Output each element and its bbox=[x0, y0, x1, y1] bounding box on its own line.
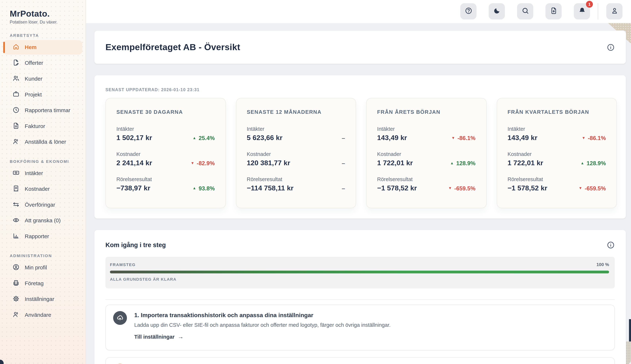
sidebar-section-administration: ADMINISTRATION bbox=[10, 254, 76, 258]
users-icon bbox=[13, 311, 20, 320]
moon-icon bbox=[493, 7, 501, 16]
progress-bar-fill bbox=[110, 271, 609, 274]
kpi-row: Kostnader 1 722,01 kr ▲128.9% bbox=[508, 151, 606, 167]
sidebar-item-label: Företag bbox=[25, 280, 44, 287]
change-indicator-flat: – bbox=[342, 185, 345, 192]
page-header-card: Exempelföretaget AB - Översikt bbox=[94, 30, 626, 64]
sidebar-item-rapportera-timmar[interactable]: Rapportera timmar bbox=[3, 103, 82, 118]
topbar-divider bbox=[598, 3, 598, 20]
onboarding-step-2: 2. Fyll i företagsuppgifter och koppla d… bbox=[105, 357, 615, 364]
sidebar-item-min-profil[interactable]: Min profil bbox=[3, 260, 82, 275]
divider bbox=[105, 299, 615, 300]
progress-section: FRAMSTEG 100 % ALLA GRUNDSTEG ÄR KLARA bbox=[105, 257, 615, 288]
kpi-card-quarter-to-date: FRÅN KVARTALETS BÖRJAN Intäkter 143,49 k… bbox=[497, 98, 617, 208]
arrow-down-icon: ▼ bbox=[448, 186, 452, 190]
kpi-card-last-30-days: SENASTE 30 DAGARNA Intäkter 1 502,17 kr … bbox=[105, 98, 226, 208]
kpi-row: Kostnader 1 722,01 kr ▲128.9% bbox=[377, 151, 476, 167]
arrow-down-icon: ▼ bbox=[452, 136, 455, 140]
upload-cloud-icon bbox=[113, 311, 127, 325]
sidebar-item-kunder[interactable]: Kunder bbox=[3, 72, 82, 86]
progress-percent: 100 % bbox=[596, 262, 609, 267]
sidebar-item-label: Rapporter bbox=[25, 233, 49, 240]
eye-icon bbox=[13, 216, 20, 225]
page-title: Exempelföretaget AB - Översikt bbox=[105, 42, 240, 52]
kpi-row: Intäkter 143,49 kr ▼-86.1% bbox=[508, 126, 606, 142]
arrow-down-icon: ▼ bbox=[579, 186, 582, 190]
sidebar-item-installningar[interactable]: Inställningar bbox=[3, 292, 82, 306]
help-button[interactable] bbox=[460, 3, 477, 20]
banknote-icon bbox=[13, 169, 20, 178]
gear-icon bbox=[13, 295, 20, 304]
sidebar-item-label: Överföringar bbox=[25, 202, 55, 208]
change-indicator-down: ▼-86.1% bbox=[452, 135, 476, 142]
arrow-down-icon: ▼ bbox=[191, 161, 194, 165]
sidebar-item-offerter[interactable]: Offerter bbox=[3, 56, 82, 70]
kpi-row: Rörelseresultat −114 758,11 kr – bbox=[247, 176, 345, 192]
briefcase-icon bbox=[13, 90, 20, 99]
kpi-row: Rörelseresultat −1 578,52 kr ▼-659.5% bbox=[377, 176, 476, 192]
kpi-row: Kostnader 120 381,77 kr – bbox=[247, 151, 345, 167]
settings-link[interactable]: Till inställningar → bbox=[134, 333, 183, 340]
sidebar-item-fakturor[interactable]: Fakturor bbox=[3, 119, 82, 134]
page-info-icon[interactable] bbox=[607, 43, 615, 51]
kpi-row: Intäkter 5 623,66 kr – bbox=[247, 126, 345, 142]
arrow-right-icon: → bbox=[178, 333, 183, 340]
kpi-card-title: SENASTE 12 MÅNADERNA bbox=[247, 109, 345, 115]
step-title: 1. Importera transaktionshistorik och an… bbox=[134, 312, 604, 318]
help-icon bbox=[465, 7, 472, 16]
app-logo: MrPotato. bbox=[10, 8, 85, 19]
arrow-down-icon: ▼ bbox=[582, 136, 585, 140]
onboarding-step-1: 1. Importera transaktionshistorik och an… bbox=[105, 304, 615, 350]
kpi-card-title: FRÅN ÅRETS BÖRJAN bbox=[377, 109, 476, 115]
sidebar-item-label: Anställda & löner bbox=[25, 139, 66, 146]
last-updated-label: SENAST UPPDATERAD: 2026-01-10 23:31 bbox=[105, 87, 617, 92]
change-indicator-up: ▲128.9% bbox=[581, 160, 606, 166]
kpi-card-year-to-date: FRÅN ÅRETS BÖRJAN Intäkter 143,49 kr ▼-8… bbox=[366, 98, 487, 208]
notifications-button[interactable]: 1 bbox=[574, 3, 590, 20]
sidebar-item-label: Min profil bbox=[25, 264, 47, 271]
app-window: MrPotato. Potatisen löser. Du växer. ARB… bbox=[0, 0, 631, 364]
change-indicator-down: ▼-86.1% bbox=[582, 135, 606, 142]
sidebar-item-label: Användare bbox=[25, 312, 51, 318]
onboarding-info-icon[interactable] bbox=[607, 241, 615, 249]
sidebar-item-label: Rapportera timmar bbox=[25, 108, 70, 114]
profile-button[interactable] bbox=[606, 3, 622, 20]
sidebar-item-label: Offerter bbox=[25, 60, 43, 66]
arrow-up-icon: ▲ bbox=[450, 161, 454, 165]
dark-mode-button[interactable] bbox=[489, 3, 505, 20]
sidebar-item-overforingar[interactable]: Överföringar bbox=[3, 198, 82, 212]
sidebar-item-anvandare[interactable]: Användare bbox=[3, 308, 82, 322]
arrow-up-icon: ▲ bbox=[193, 136, 196, 140]
notification-badge: 1 bbox=[586, 1, 593, 8]
receipt-icon bbox=[13, 185, 20, 194]
sidebar-section-arbetsyta: ARBETSYTA bbox=[10, 33, 76, 38]
kpi-row: Intäkter 1 502,17 kr ▲25.4% bbox=[116, 126, 215, 142]
sidebar-item-projekt[interactable]: Projekt bbox=[3, 88, 82, 102]
sidebar-item-intakter[interactable]: Intäkter bbox=[3, 166, 82, 181]
sidebar-item-label: Hem bbox=[25, 44, 37, 51]
sidebar-item-anstallda-loner[interactable]: Anställda & löner bbox=[3, 135, 82, 150]
file-upload-icon bbox=[550, 7, 557, 16]
invoice-icon bbox=[13, 122, 20, 131]
home-icon bbox=[13, 43, 20, 52]
sidebar-item-foretag[interactable]: Företag bbox=[3, 276, 82, 291]
search-button[interactable] bbox=[517, 3, 533, 20]
bar-chart-icon bbox=[13, 232, 20, 241]
progress-note: ALLA GRUNDSTEG ÄR KLARA bbox=[110, 277, 609, 282]
sidebar-item-hem[interactable]: Hem bbox=[3, 40, 82, 55]
sidebar-item-rapporter[interactable]: Rapporter bbox=[3, 229, 82, 244]
sidebar-section-bokforing: BOKFÖRING & EKONOMI bbox=[10, 159, 76, 164]
app-tagline: Potatisen löser. Du växer. bbox=[10, 20, 85, 25]
change-indicator-down: ▼-82.9% bbox=[191, 160, 215, 166]
sidebar-item-kostnader[interactable]: Kostnader bbox=[3, 182, 82, 196]
clock-icon bbox=[13, 106, 20, 115]
kpi-card-title: FRÅN KVARTALETS BÖRJAN bbox=[508, 109, 606, 115]
topbar-icon-row: 1 bbox=[460, 3, 622, 20]
progress-label: FRAMSTEG bbox=[110, 262, 136, 266]
sidebar-item-att-granska[interactable]: Att granska (0) bbox=[3, 214, 82, 228]
file-upload-button[interactable] bbox=[545, 3, 562, 20]
change-indicator-flat: – bbox=[342, 160, 345, 166]
building-icon bbox=[13, 279, 20, 288]
file-pen-icon bbox=[13, 59, 20, 68]
sidebar-item-label: Intäkter bbox=[25, 170, 43, 177]
